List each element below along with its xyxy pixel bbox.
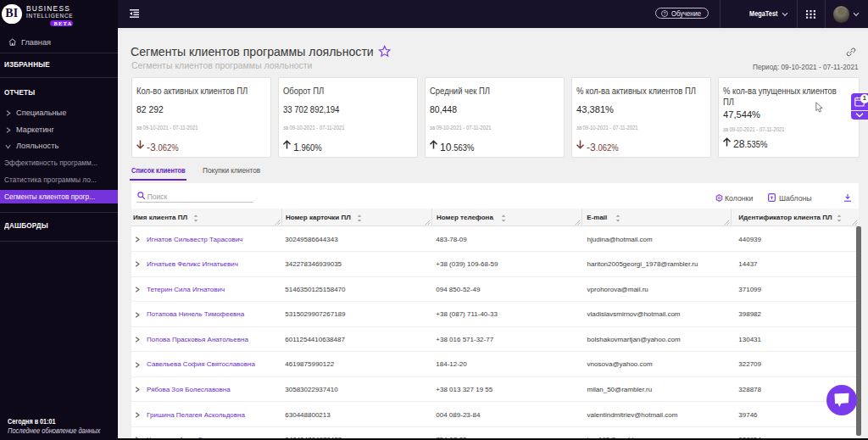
svg-text:?: ?	[663, 11, 665, 16]
